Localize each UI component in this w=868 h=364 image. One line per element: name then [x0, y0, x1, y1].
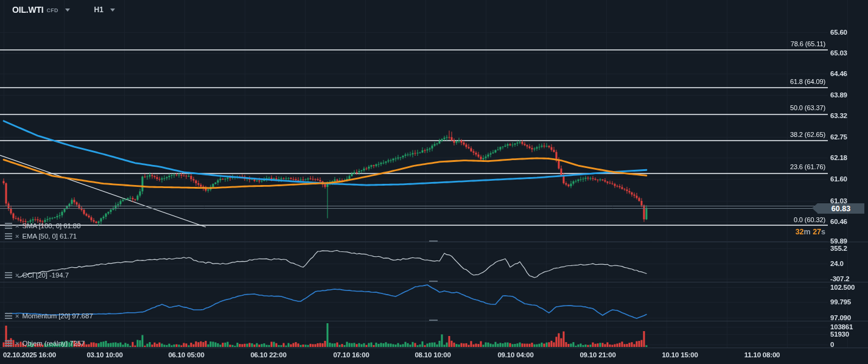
- time-tick-label: 07.10 16:00: [333, 351, 369, 359]
- indicator-row-sma: ×SMA [100, 0] 61.88: [5, 222, 80, 229]
- price-chart-canvas[interactable]: [0, 0, 868, 364]
- indicator-label: CCI [20] -194.7: [22, 271, 69, 279]
- indicator-label: SMA [100, 0] 61.88: [22, 222, 80, 229]
- candle-countdown-timer: 32m 27s: [796, 228, 825, 236]
- indicator-remove-icon[interactable]: ×: [15, 340, 19, 346]
- fibonacci-level-label: 38.2 (62.65): [790, 131, 825, 138]
- indicator-settings-icon[interactable]: [5, 340, 12, 346]
- chart-window: OIL.WTI CFD H1 65.6065.0364.4663.8963.32…: [0, 0, 868, 364]
- fibonacci-level-label: 0.0 (60.32): [794, 216, 825, 223]
- indicator-settings-icon[interactable]: [5, 313, 12, 319]
- indicator-axis-value: 24.0: [830, 260, 844, 267]
- countdown-minutes-unit: m: [804, 228, 813, 236]
- indicator-remove-icon[interactable]: ×: [15, 223, 19, 229]
- indicator-row-ema: ×EMA [50, 0] 61.71: [5, 233, 77, 240]
- price-tick-label: 63.89: [830, 91, 847, 99]
- current-price-badge: 60.83: [817, 203, 864, 214]
- fibonacci-level-label: 61.8 (64.09): [790, 78, 825, 85]
- indicator-axis-value: 97.090: [830, 314, 851, 321]
- symbol-name: OIL.WTI: [12, 5, 43, 15]
- indicator-remove-icon[interactable]: ×: [15, 272, 19, 278]
- indicator-remove-icon[interactable]: ×: [15, 313, 19, 319]
- indicator-axis-value: 99.795: [830, 298, 851, 306]
- indicator-axis-value: 355.2: [830, 245, 847, 252]
- time-tick-label: 02.10.2025 16:00: [3, 351, 56, 359]
- price-tick-label: 62.75: [830, 133, 847, 141]
- indicator-row-momentum: ×Momentum [20] 97.687: [5, 312, 93, 320]
- time-tick-label: 09.10 04:00: [497, 351, 533, 359]
- indicator-settings-icon[interactable]: [5, 272, 12, 278]
- time-tick-label: 11.10 08:00: [744, 351, 780, 359]
- indicator-label: EMA [50, 0] 61.71: [22, 233, 77, 240]
- indicator-row-volume: ×Objem (reálny) 7257: [5, 340, 85, 347]
- price-tick-label: 59.89: [830, 237, 847, 245]
- chevron-down-icon: [65, 9, 70, 12]
- timeframe-selector[interactable]: H1: [94, 5, 115, 14]
- indicator-settings-icon[interactable]: [5, 233, 12, 239]
- countdown-minutes: 32: [796, 228, 804, 236]
- price-tick-label: 62.18: [830, 154, 847, 161]
- current-price-value: 60.83: [831, 205, 850, 213]
- countdown-seconds-unit: s: [821, 228, 825, 236]
- chevron-down-icon: [110, 9, 115, 12]
- symbol-selector[interactable]: OIL.WTI CFD: [12, 5, 70, 15]
- indicator-row-cci: ×CCI [20] -194.7: [5, 271, 69, 279]
- indicator-axis-value: 51930: [830, 331, 849, 338]
- indicator-axis-value: -307.2: [830, 275, 849, 282]
- time-tick-label: 06.10 22:00: [250, 351, 286, 359]
- timeframe-label: H1: [94, 5, 103, 14]
- fibonacci-level-label: 50.0 (63.37): [790, 104, 825, 111]
- price-tick-label: 60.46: [830, 218, 847, 225]
- time-tick-label: 08.10 10:00: [415, 351, 450, 359]
- indicator-axis-value: 0: [830, 341, 834, 348]
- price-tick-label: 65.60: [830, 29, 847, 36]
- price-tick-label: 63.32: [830, 112, 847, 119]
- fibonacci-level-label: 78.6 (65.11): [791, 40, 825, 47]
- indicator-label: Momentum [20] 97.687: [22, 312, 93, 320]
- indicator-axis-value: 103861: [830, 323, 853, 331]
- countdown-seconds: 27: [813, 228, 821, 236]
- instrument-type-badge: CFD: [46, 7, 58, 13]
- time-tick-label: 03.10 10:00: [86, 351, 122, 359]
- indicator-label: Objem (reálny) 7257: [22, 340, 85, 347]
- fibonacci-level-label: 23.6 (61.76): [790, 163, 825, 170]
- price-tick-label: 64.46: [830, 70, 847, 77]
- indicator-settings-icon[interactable]: [5, 223, 12, 229]
- chart-header: OIL.WTI CFD H1: [12, 5, 115, 15]
- time-tick-label: 09.10 21:00: [579, 351, 615, 359]
- time-tick-label: 10.10 15:00: [662, 351, 698, 359]
- time-tick-label: 06.10 05:00: [168, 351, 204, 359]
- price-tick-label: 65.03: [830, 49, 847, 57]
- indicator-axis-value: 102.500: [830, 284, 855, 291]
- price-tick-label: 61.60: [830, 175, 847, 183]
- indicator-remove-icon[interactable]: ×: [15, 233, 19, 239]
